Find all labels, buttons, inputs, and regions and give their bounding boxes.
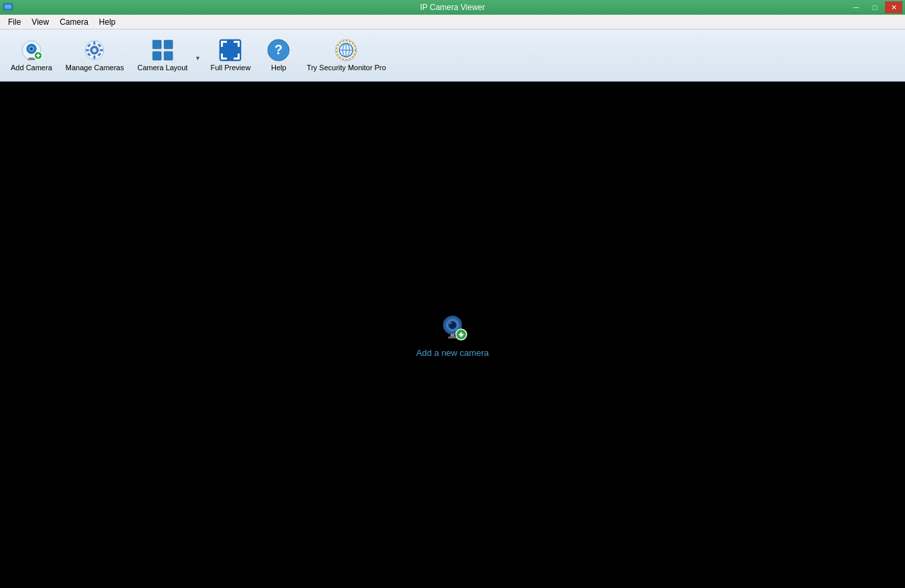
camera-layout-wrapper: Camera Layout ▼ xyxy=(132,33,202,78)
app-icon xyxy=(3,2,13,13)
svg-rect-19 xyxy=(100,49,103,51)
add-new-camera-icon xyxy=(435,312,470,344)
help-label: Help xyxy=(271,64,286,72)
svg-rect-10 xyxy=(37,54,39,58)
help-button[interactable]: ? Help xyxy=(258,33,299,78)
svg-point-45 xyxy=(449,322,452,324)
window-title-text: IP Camera Viewer xyxy=(420,3,485,12)
help-icon: ? xyxy=(266,38,291,62)
svg-rect-27 xyxy=(164,52,173,60)
main-content: Add a new camera xyxy=(0,82,905,588)
try-security-monitor-pro-button[interactable]: Try Security Monitor Pro xyxy=(301,33,391,78)
camera-layout-dropdown[interactable]: ▼ xyxy=(193,33,202,78)
title-bar-title: IP Camera Viewer xyxy=(0,3,905,12)
camera-layout-icon xyxy=(151,38,175,62)
svg-rect-25 xyxy=(164,40,173,49)
security-monitor-pro-icon xyxy=(334,38,358,62)
full-preview-icon xyxy=(218,38,242,62)
svg-rect-11 xyxy=(29,58,34,59)
add-camera-label: Add Camera xyxy=(11,64,52,72)
svg-point-15 xyxy=(92,48,96,52)
menu-item-file[interactable]: File xyxy=(3,15,26,29)
svg-rect-47 xyxy=(448,336,457,338)
svg-rect-18 xyxy=(86,49,89,51)
title-bar: IP Camera Viewer ─ □ ✕ xyxy=(0,0,905,15)
close-button[interactable]: ✕ xyxy=(885,1,902,13)
svg-rect-17 xyxy=(94,56,96,59)
manage-cameras-button[interactable]: Manage Cameras xyxy=(60,33,129,78)
menu-item-camera[interactable]: Camera xyxy=(54,15,94,29)
try-security-monitor-pro-label: Try Security Monitor Pro xyxy=(307,64,386,72)
add-camera-button[interactable]: Add Camera xyxy=(5,33,58,78)
camera-layout-label: Camera Layout xyxy=(137,64,187,72)
manage-cameras-label: Manage Cameras xyxy=(66,64,124,72)
svg-point-7 xyxy=(30,47,33,50)
svg-rect-50 xyxy=(461,332,463,337)
svg-rect-24 xyxy=(153,40,161,49)
add-new-camera-link[interactable]: Add a new camera xyxy=(416,312,489,358)
svg-rect-1 xyxy=(5,5,11,9)
menu-item-help[interactable]: Help xyxy=(94,15,121,29)
add-camera-text: Add a new camera xyxy=(416,348,489,358)
svg-marker-2 xyxy=(6,10,10,11)
camera-layout-button[interactable]: Camera Layout xyxy=(132,33,193,78)
title-bar-controls: ─ □ ✕ xyxy=(847,1,902,13)
full-preview-label: Full Preview xyxy=(210,64,250,72)
menu-bar: File View Camera Help xyxy=(0,15,905,29)
svg-text:?: ? xyxy=(274,42,282,57)
menu-item-view[interactable]: View xyxy=(26,15,54,29)
toolbar: Add Camera Manage Cameras xyxy=(0,29,905,82)
svg-rect-16 xyxy=(94,41,96,45)
full-preview-button[interactable]: Full Preview xyxy=(205,33,256,78)
add-camera-icon xyxy=(19,38,44,62)
title-bar-left xyxy=(3,2,13,13)
svg-rect-3 xyxy=(5,11,11,11)
svg-rect-26 xyxy=(153,52,161,60)
maximize-button[interactable]: □ xyxy=(866,1,884,13)
svg-rect-12 xyxy=(27,59,35,60)
manage-cameras-icon xyxy=(82,38,106,62)
minimize-button[interactable]: ─ xyxy=(847,1,865,13)
